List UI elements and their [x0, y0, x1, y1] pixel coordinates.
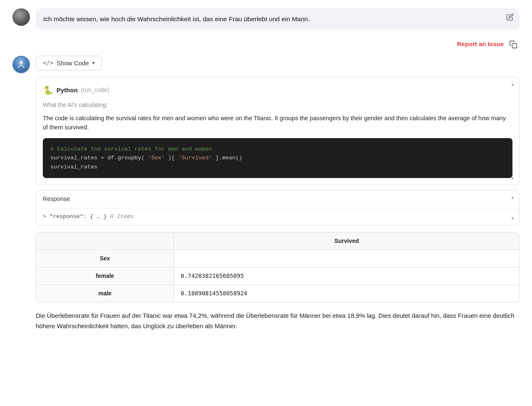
svg-rect-0: [512, 43, 517, 48]
code-plain-5: survival_rates: [50, 164, 97, 170]
python-header: 🐍 Python (run_code): [43, 84, 512, 97]
code-brackets-icon: </>: [43, 59, 53, 66]
python-label: Python: [57, 86, 78, 95]
user-avatar: [12, 8, 30, 26]
python-code-panel-inner: ▲ 🐍 Python (run_code) What the AI's calc…: [36, 77, 519, 185]
code-plain-3: )[: [168, 155, 175, 161]
copy-icon[interactable]: [509, 40, 518, 49]
response-header: Response: [36, 191, 519, 208]
report-row: Report an Issue: [12, 40, 520, 49]
code-line-2: survival_rates = df.groupby( 'Sex' )[ 'S…: [50, 153, 505, 163]
code-string-2: 'Survived': [178, 155, 212, 161]
code-plain-2: = df.groupby(: [101, 155, 145, 161]
table-header-empty: [36, 233, 174, 250]
table-row: female 0.7420382165605095: [36, 267, 519, 285]
code-line-3: survival_rates: [50, 163, 505, 172]
response-scroll-up-icon[interactable]: ▲: [510, 194, 515, 201]
run-code-label: (run_code): [81, 86, 109, 94]
response-scroll-down-icon[interactable]: ▼: [510, 215, 515, 222]
user-message-text: Ich möchte wissen, wie hoch die Wahrsche…: [43, 15, 310, 22]
python-code-panel: ▲ 🐍 Python (run_code) What the AI's calc…: [36, 77, 520, 186]
code-block: # Calculate the survival rates for men a…: [43, 138, 512, 178]
user-message-row: Ich möchte wissen, wie hoch die Wahrsche…: [12, 8, 520, 30]
table-male-label: male: [36, 285, 174, 302]
response-body: > "response": { … } 8 Items: [36, 208, 519, 225]
survival-table-container: Survived Sex female 0.7420382165605095: [36, 232, 520, 302]
chevron-down-icon: ▾: [92, 60, 95, 66]
calculating-label: What the AI's calculating:: [43, 101, 512, 109]
svg-point-1: [20, 61, 23, 64]
table-sex-row: Sex: [36, 250, 519, 267]
ai-content: </> Show Code ▾ ▲ 🐍 Python (run_code) Wh…: [36, 56, 520, 332]
table-row: male 0.18890814558058924: [36, 285, 519, 302]
edit-icon[interactable]: [506, 13, 514, 23]
code-plain-1: survival_rates: [50, 155, 101, 161]
show-code-button[interactable]: </> Show Code ▾: [36, 56, 102, 70]
table-sex-value-empty: [174, 250, 519, 267]
table-female-label: female: [36, 267, 174, 285]
response-panel: ▲ Response > "response": { … } 8 Items ▼: [36, 190, 520, 225]
response-items-count: 8 Items: [110, 213, 134, 220]
scroll-up-icon[interactable]: ▲: [510, 81, 515, 88]
show-code-label: Show Code: [57, 59, 89, 67]
report-issue-link[interactable]: Report an Issue: [457, 40, 504, 49]
summary-text: Die Überlebensrate für Frauen auf der Ti…: [36, 311, 520, 332]
calculating-description: The code is calculating the survival rat…: [43, 114, 512, 132]
response-body-text: > "response": { … }: [43, 213, 107, 220]
table-header-survived: Survived: [174, 233, 519, 250]
code-plain-4: ].mean(): [215, 155, 242, 161]
table-sex-label: Sex: [36, 250, 174, 267]
code-line-1: # Calculate the survival rates for men a…: [50, 145, 505, 154]
table-male-value: 0.18890814558058924: [174, 285, 519, 302]
survival-table: Survived Sex female 0.7420382165605095: [36, 233, 519, 302]
code-string-1: 'Sex': [148, 155, 165, 161]
python-emoji-icon: 🐍: [43, 84, 53, 97]
code-comment: # Calculate the survival rates for men a…: [50, 146, 212, 152]
scroll-down-icon[interactable]: ▼: [510, 175, 515, 182]
user-bubble: Ich möchte wissen, wie hoch die Wahrsche…: [36, 8, 520, 30]
ai-avatar: [12, 56, 30, 73]
table-female-value: 0.7420382165605095: [174, 267, 519, 285]
ai-response-row: </> Show Code ▾ ▲ 🐍 Python (run_code) Wh…: [12, 56, 520, 332]
table-header-row: Survived: [36, 233, 519, 250]
